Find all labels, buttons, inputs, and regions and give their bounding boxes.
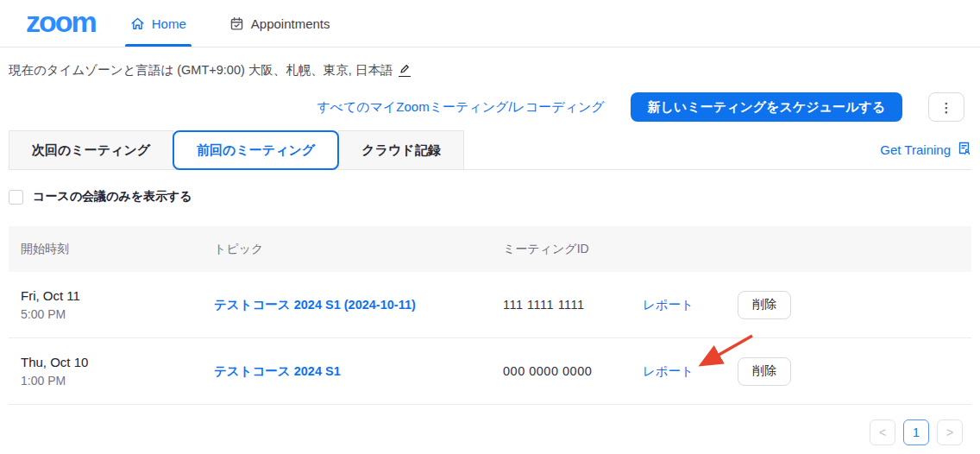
meeting-date: Fri, Oct 11	[21, 288, 214, 303]
nav-tab-home-label: Home	[152, 16, 186, 31]
header-start-time: 開始時刻	[9, 242, 214, 257]
topic-cell: テストコース 2024 S1 (2024-10-11)	[214, 297, 503, 313]
meeting-time: 5:00 PM	[21, 307, 214, 321]
tab-previous-label: 前回のミーティング	[197, 142, 315, 159]
home-icon	[130, 16, 145, 31]
schedule-meeting-button[interactable]: 新しいミーティングをスケジュールする	[631, 92, 902, 122]
report-cell: レポート	[643, 297, 738, 313]
pagination-page-1-button[interactable]: 1	[903, 419, 929, 445]
meeting-id-cell: 000 0000 0000	[503, 364, 643, 378]
timezone-row: 現在のタイムゾーンと言語は (GMT+9:00) 大阪、札幌、東京, 日本語	[0, 47, 980, 79]
delete-button[interactable]: 削除	[738, 357, 791, 386]
meetings-table: 開始時刻 トピック ミーティングID Fri, Oct 11 5:00 PM テ…	[9, 226, 971, 405]
document-user-icon	[957, 141, 971, 158]
meeting-id-cell: 111 1111 1111	[503, 298, 643, 312]
all-zoom-meetings-link[interactable]: すべてのマイZoomミーティング/レコーディング	[317, 99, 605, 116]
table-row: Fri, Oct 11 5:00 PM テストコース 2024 S1 (2024…	[9, 272, 971, 338]
more-options-button[interactable]: ⋮	[928, 92, 964, 122]
get-training-link[interactable]: Get Training	[880, 141, 971, 169]
meeting-date: Thu, Oct 10	[21, 355, 214, 369]
meeting-tabs: 次回のミーティング 前回のミーティング クラウド記録 Get Training	[9, 130, 971, 170]
actions-row: すべてのマイZoomミーティング/レコーディング 新しいミーティングをスケジュー…	[0, 79, 980, 122]
pagination-next-button[interactable]: >	[937, 419, 963, 445]
delete-button[interactable]: 削除	[738, 291, 791, 319]
tab-upcoming-meetings[interactable]: 次回のミーティング	[9, 130, 173, 169]
zoom-logo: zoom	[26, 7, 96, 40]
nav-tab-home[interactable]: Home	[125, 0, 192, 47]
course-filter-row: コースの会議のみを表示する	[9, 189, 971, 205]
timezone-text: 現在のタイムゾーンと言語は (GMT+9:00) 大阪、札幌、東京, 日本語	[9, 62, 393, 79]
table-row: Thu, Oct 10 1:00 PM テストコース 2024 S1 000 0…	[9, 338, 971, 405]
topic-link[interactable]: テストコース 2024 S1	[214, 364, 341, 378]
pagination-prev-button[interactable]: <	[870, 419, 895, 445]
course-only-checkbox[interactable]	[9, 190, 23, 205]
page-number: 1	[913, 426, 920, 439]
course-only-label: コースの会議のみを表示する	[33, 189, 192, 205]
topic-cell: テストコース 2024 S1	[214, 363, 503, 380]
report-cell: レポート	[643, 363, 738, 380]
pagination: < 1 >	[0, 419, 963, 445]
header-meeting-id: ミーティングID	[503, 242, 643, 257]
ellipsis-vertical-icon: ⋮	[940, 101, 953, 114]
chevron-left-icon: <	[879, 426, 886, 439]
actions-cell: 削除	[738, 357, 971, 386]
meeting-time: 1:00 PM	[21, 374, 214, 388]
pencil-icon[interactable]	[399, 64, 411, 77]
table-header-row: 開始時刻 トピック ミーティングID	[9, 226, 971, 272]
start-time-cell: Fri, Oct 11 5:00 PM	[9, 288, 214, 321]
nav-tab-appointments[interactable]: Appointments	[224, 0, 336, 47]
header-topic: トピック	[214, 242, 503, 257]
nav-tab-appointments-label: Appointments	[251, 16, 330, 31]
get-training-label: Get Training	[880, 142, 951, 157]
top-bar: zoom Home Appointments	[0, 0, 980, 47]
topic-link[interactable]: テストコース 2024 S1 (2024-10-11)	[214, 298, 416, 312]
tab-previous-meetings[interactable]: 前回のミーティング	[173, 130, 339, 170]
tab-cloud-recordings[interactable]: クラウド記録	[338, 130, 463, 169]
tab-cloud-label: クラウド記録	[361, 142, 440, 159]
calendar-check-icon	[229, 16, 244, 31]
report-link[interactable]: レポート	[643, 364, 694, 378]
actions-cell: 削除	[738, 291, 971, 319]
start-time-cell: Thu, Oct 10 1:00 PM	[9, 355, 214, 388]
report-link[interactable]: レポート	[643, 298, 694, 312]
chevron-right-icon: >	[946, 426, 953, 439]
tab-upcoming-label: 次回のミーティング	[32, 142, 150, 159]
